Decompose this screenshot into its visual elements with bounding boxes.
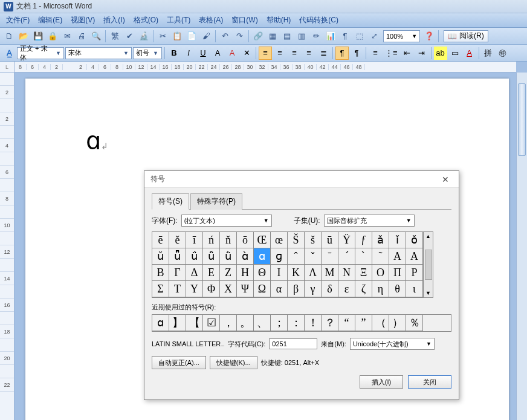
border-button[interactable]: ▭ (448, 47, 462, 60)
char-cell[interactable]: ε (338, 280, 355, 297)
align-right-button[interactable]: ≡ (288, 47, 301, 60)
read-button[interactable]: 📖阅读(R) (444, 30, 488, 42)
font-color-button[interactable]: A (463, 47, 476, 60)
outline-button[interactable]: A (211, 47, 224, 60)
char-cell[interactable]: Β (152, 264, 169, 281)
char-cell[interactable]: ǖ (169, 248, 186, 265)
char-cell[interactable]: β (287, 280, 305, 297)
permission-icon[interactable]: 🔒 (46, 30, 59, 43)
tab-symbols[interactable]: 符号(S) (152, 193, 189, 210)
table-icon[interactable]: ▦ (266, 30, 279, 43)
menu-insert[interactable]: 插入(I) (100, 14, 128, 27)
char-cell[interactable]: ɡ (270, 248, 288, 265)
autocorrect-button[interactable]: 自动更正(A)... (152, 356, 206, 369)
char-cell[interactable]: ˊ (338, 248, 355, 265)
char-cell[interactable]: ū (321, 231, 338, 248)
recent-cell[interactable]: 】 (169, 314, 186, 331)
show-icon[interactable]: ⬚ (353, 30, 366, 43)
char-cell[interactable]: Δ (186, 264, 203, 281)
phonetic-button[interactable]: 拼 (482, 47, 495, 60)
preview-icon[interactable]: 🔍 (89, 30, 103, 43)
tab-special[interactable]: 特殊字符(P) (190, 193, 242, 210)
char-cell[interactable]: œ (270, 231, 288, 248)
from-select[interactable]: Unicode(十六进制)▼ (350, 338, 435, 350)
char-cell[interactable]: ě (169, 231, 186, 248)
char-cell[interactable]: Ε (202, 264, 220, 281)
align-center-button[interactable]: ≡ (273, 47, 286, 60)
vertical-scrollbar[interactable] (516, 73, 527, 420)
shortcut-button[interactable]: 快捷键(K)... (210, 356, 257, 369)
recent-cell[interactable]: ？ (321, 314, 338, 331)
scroll-down-icon[interactable]: ▼ (425, 290, 431, 296)
styles-icon[interactable]: A̲ (2, 47, 16, 60)
menu-tools[interactable]: 工具(T) (163, 14, 194, 27)
style-combo[interactable]: 正文 + 宋体▼ (17, 47, 64, 59)
menu-view[interactable]: 视图(V) (67, 14, 99, 27)
help-icon[interactable]: ❓ (422, 30, 436, 43)
recent-cell[interactable]: ） (389, 314, 406, 331)
ruler-icon[interactable]: ⤢ (367, 30, 381, 43)
char-cell[interactable]: Ν (338, 264, 355, 281)
char-cell[interactable]: ˜ (372, 248, 389, 265)
recent-cell[interactable]: “ (338, 314, 355, 331)
char-cell[interactable]: ɑ̀ (236, 248, 254, 265)
drawing-icon[interactable]: ✏ (309, 30, 323, 43)
char-cell[interactable]: Ξ (355, 264, 372, 281)
char-cell[interactable]: ˆ (287, 248, 305, 265)
ltr-button[interactable]: ¶ (335, 47, 349, 60)
char-cell[interactable]: ǔ (152, 248, 169, 265)
char-cell[interactable]: γ (304, 280, 322, 297)
char-cell[interactable]: ˋ (355, 248, 372, 265)
char-grid[interactable]: ēěīńňōŒœŠšūŸƒǎǐǒǔǖǘǚǜɑ̀ɑɡˆˇˉˊˋ˜ΑΑΒΓΔΕΖΗΘ… (152, 231, 424, 298)
columns-icon[interactable]: ▥ (295, 30, 308, 43)
char-cell[interactable]: ǚ (202, 248, 220, 265)
dialog-titlebar[interactable]: 符号 ✕ (144, 171, 459, 188)
document-body[interactable]: ɑ↲ (86, 127, 108, 155)
insert-button[interactable]: 插入(I) (360, 375, 403, 389)
charscale-button[interactable]: ✕ (240, 47, 253, 60)
char-cell[interactable]: ˇ (304, 248, 322, 265)
char-cell[interactable]: ǒ (406, 231, 423, 248)
link-icon[interactable]: 🔗 (251, 30, 265, 43)
recent-cell[interactable]: ： (287, 314, 305, 331)
char-cell[interactable]: Š (287, 231, 305, 248)
bullets-button[interactable]: ⋮≡ (383, 47, 399, 60)
char-cell[interactable]: ɑ (253, 248, 271, 265)
recent-cell[interactable]: ☑ (202, 314, 220, 331)
char-cell[interactable]: θ (389, 280, 406, 297)
outdent-button[interactable]: ⇤ (401, 47, 414, 60)
char-cell[interactable]: Π (389, 264, 406, 281)
char-cell[interactable]: ˉ (321, 248, 338, 265)
distribute-button[interactable]: ≣ (317, 47, 330, 60)
char-cell[interactable]: Ο (372, 264, 389, 281)
recent-cell[interactable]: 。 (236, 314, 254, 331)
align-justify-button[interactable]: ≡ (302, 47, 315, 60)
char-cell[interactable]: ň (219, 231, 237, 248)
recent-cell[interactable]: ” (355, 314, 372, 331)
docmap-icon[interactable]: ¶ (338, 30, 352, 43)
recent-cell[interactable]: （ (372, 314, 389, 331)
char-cell[interactable]: ζ (355, 280, 372, 297)
scroll-thumb[interactable] (518, 83, 526, 156)
char-cell[interactable]: ι (406, 280, 423, 297)
char-cell[interactable]: Γ (169, 264, 186, 281)
recent-cell[interactable]: ， (219, 314, 237, 331)
highlight-button[interactable]: ab (434, 47, 447, 60)
spell-icon[interactable]: ✔ (123, 30, 136, 43)
char-cell[interactable]: Ζ (219, 264, 237, 281)
cut-icon[interactable]: ✂ (156, 30, 169, 43)
charfmt-button[interactable]: A (225, 47, 239, 60)
recent-cell[interactable]: 【 (186, 314, 203, 331)
recent-cell[interactable]: 、 (253, 314, 271, 331)
char-cell[interactable]: š (304, 231, 322, 248)
menu-window[interactable]: 窗口(W) (228, 14, 261, 27)
painter-icon[interactable]: 🖌 (199, 30, 213, 43)
grid-scrollbar[interactable]: ▲ ▼ (424, 231, 433, 298)
char-cell[interactable]: ƒ (355, 231, 372, 248)
mail-icon[interactable]: ✉ (60, 30, 74, 43)
size-combo[interactable]: 初号▼ (133, 47, 162, 59)
horizontal-ruler[interactable]: 8642246810121416182022242628303234363840… (15, 62, 516, 73)
menu-code[interactable]: 代码转换(C) (296, 14, 342, 27)
print-icon[interactable]: 🖨 (75, 30, 88, 43)
char-cell[interactable]: ē (152, 231, 169, 248)
